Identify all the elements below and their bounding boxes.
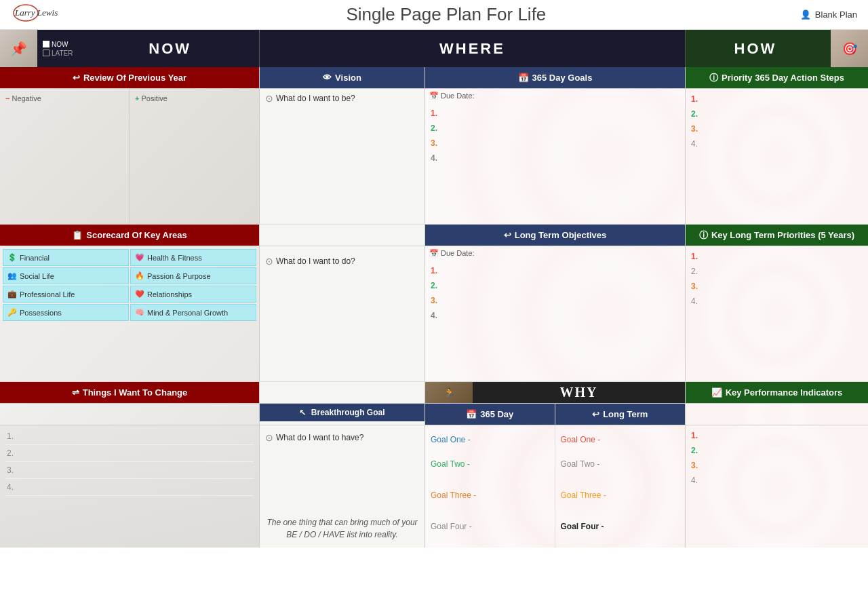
scorecard-financial[interactable]: 💲 Financial <box>3 249 129 266</box>
scorecard-section-header: 📋 Scorecard Of Key Areas <box>0 225 260 246</box>
how-title: HOW <box>686 30 825 67</box>
where-column-header: WHERE <box>260 30 686 67</box>
scorecard-health[interactable]: 💗 Health & Fitness <box>130 249 256 266</box>
vision-icon: 👁 <box>323 73 332 83</box>
question-icon-3: ⊙ <box>265 432 273 443</box>
vision-be-section: ⊙ What do I want to be? <box>260 89 425 225</box>
breakthrough-icon: ↖ <box>299 408 306 417</box>
top-header: Larry Lewis Single Page Plan For Life 👤 … <box>0 0 868 30</box>
vision-section-header: 👁 Vision <box>260 67 425 89</box>
goals-365-list: 1. 2. 3. 4. <box>425 103 685 168</box>
breakthrough-description: The one thing that can bring much of you… <box>260 510 425 548</box>
goal-365-item-1: 1. <box>429 106 681 121</box>
page-title: Single Page Plan For Life <box>346 4 546 25</box>
scorecard-passion[interactable]: 🔥 Passion & Purpose <box>130 267 256 284</box>
scorecard-professional[interactable]: 💼 Professional Life <box>3 286 129 303</box>
why-goal-lt-2: Goal Two - <box>559 448 682 480</box>
scorecard-grid: 💲 Financial 💗 Health & Fitness 👥 Social … <box>0 246 259 324</box>
scorecard-social[interactable]: 👥 Social Life <box>3 267 129 284</box>
health-icon: 💗 <box>135 253 144 262</box>
long-term-content: 📅 Due Date: 1. 2. 3. 4. <box>425 246 686 382</box>
things-list: 1. 2. 3. 4. <box>0 425 259 499</box>
goals365-section-header: 📅 365 Day Goals <box>425 67 686 89</box>
why-goal-lt-4: Goal Four - <box>559 511 682 542</box>
why-goal-lt-1: Goal One - <box>559 431 682 448</box>
plus-icon: + <box>135 94 139 102</box>
kpi-sub-spacer <box>686 404 868 425</box>
why-goals-content: Goal One - Goal Two - Goal Three - Goal … <box>425 425 686 548</box>
lt-item-1: 1. <box>429 263 681 278</box>
vision-have-header-spacer <box>260 382 425 404</box>
svg-text:Larry Lewis: Larry Lewis <box>14 7 58 18</box>
priority-step-4: 4. <box>690 136 864 151</box>
things-sub-header <box>0 404 260 425</box>
due-date-label-1: 📅 Due Date: <box>425 89 685 103</box>
key-lt-icon: ⓘ <box>699 229 708 242</box>
key-lt-priorities-content: 1. 2. 3. 4. <box>686 246 868 382</box>
vision-spacer <box>260 225 425 246</box>
things-content: 1. 2. 3. 4. <box>0 425 260 548</box>
things-icon: ⇌ <box>72 387 79 398</box>
scorecard-content: 💲 Financial 💗 Health & Fitness 👥 Social … <box>0 246 260 382</box>
now-label: NOW <box>52 41 68 48</box>
scorecard-relationships[interactable]: ❤️ Relationships <box>130 286 256 303</box>
negative-header: − Negative <box>4 92 125 105</box>
priority-icon: ⓘ <box>709 72 718 84</box>
priority-step-1: 1. <box>690 92 864 107</box>
where-title: WHERE <box>439 30 505 67</box>
key-lt-priorities-header: ⓘ Key Long Term Priorities (5 Years) <box>686 225 868 246</box>
kpi-list: 1. 2. 3. 4. <box>686 425 868 491</box>
key-lt-4: 4. <box>690 294 864 309</box>
key-lt-3: 3. <box>690 279 864 294</box>
vision-have-area: ↖ Breakthrough Goal <box>260 404 425 425</box>
review-section-header: ↩ Review Of Previous Year <box>0 67 260 89</box>
scorecard-icon: 📋 <box>72 230 83 240</box>
vision-do-question: ⊙ What do I want to do? <box>260 252 425 271</box>
how-column-header: HOW 🎯 <box>686 30 868 67</box>
why-subheaders: 📅 365 Day ↩ Long Term <box>425 404 686 425</box>
long-term-section-header: ↩ Long Term Objectives <box>425 225 686 246</box>
blank-plan-button[interactable]: 👤 Blank Plan <box>800 9 857 20</box>
why-header-area: 🏃 WHY <box>425 382 686 404</box>
things-section-header: ⇌ Things I Want To Change <box>0 382 260 404</box>
scorecard-possessions[interactable]: 🔑 Possessions <box>3 304 129 321</box>
minus-icon: − <box>5 94 9 102</box>
thing-item-3: 3. <box>5 462 254 479</box>
possessions-icon: 🔑 <box>7 308 17 317</box>
scorecard-mind[interactable]: 🧠 Mind & Personal Growth <box>130 304 256 321</box>
relationships-icon: ❤️ <box>135 290 144 299</box>
why-365-goals: Goal One - Goal Two - Goal Three - Goal … <box>425 425 555 548</box>
long-term-list: 1. 2. 3. 4. <box>425 261 685 326</box>
lt-item-4: 4. <box>429 308 681 323</box>
vision-have-question: ⊙ What do I want to have? <box>260 428 425 447</box>
now-review-section: − Negative + Positive <box>0 89 260 225</box>
financial-icon: 💲 <box>7 253 17 262</box>
goals-365-content: 📅 Due Date: 1. 2. 3. 4. <box>425 89 686 225</box>
goal-365-item-4: 4. <box>429 151 681 166</box>
why-365-header: 📅 365 Day <box>425 404 555 425</box>
priority-step-2: 2. <box>690 107 864 121</box>
why-title: WHY <box>560 385 598 400</box>
thing-item-4: 4. <box>5 479 254 496</box>
goal-365-item-3: 3. <box>429 136 681 151</box>
priority-steps-header: ⓘ Priority 365 Day Action Steps <box>686 67 868 89</box>
logo: Larry Lewis <box>11 3 92 26</box>
breakthrough-content: ⊙ What do I want to have? The one thing … <box>260 425 425 548</box>
cal-icon-1: 📅 <box>429 92 439 100</box>
now-title: NOW <box>81 30 260 67</box>
why-goal-365-1: Goal One - <box>429 431 551 448</box>
kpi-item-3: 3. <box>690 458 864 473</box>
why-goal-365-2: Goal Two - <box>429 448 551 480</box>
why-goal-lt-3: Goal Three - <box>559 480 682 511</box>
priority-steps-list: 1. 2. 3. 4. <box>686 89 868 154</box>
negative-column: − Negative <box>0 89 130 238</box>
professional-icon: 💼 <box>7 290 17 299</box>
long-term-icon: ↩ <box>504 230 511 240</box>
why-lt-icon: ↩ <box>592 409 599 419</box>
why-365-cal-icon: 📅 <box>466 409 477 419</box>
social-icon: 👥 <box>7 271 17 280</box>
positive-column: + Positive <box>130 89 259 238</box>
cal-icon-2: 📅 <box>429 249 439 257</box>
question-icon-1: ⊙ <box>265 93 273 104</box>
goal-365-item-2: 2. <box>429 121 681 136</box>
